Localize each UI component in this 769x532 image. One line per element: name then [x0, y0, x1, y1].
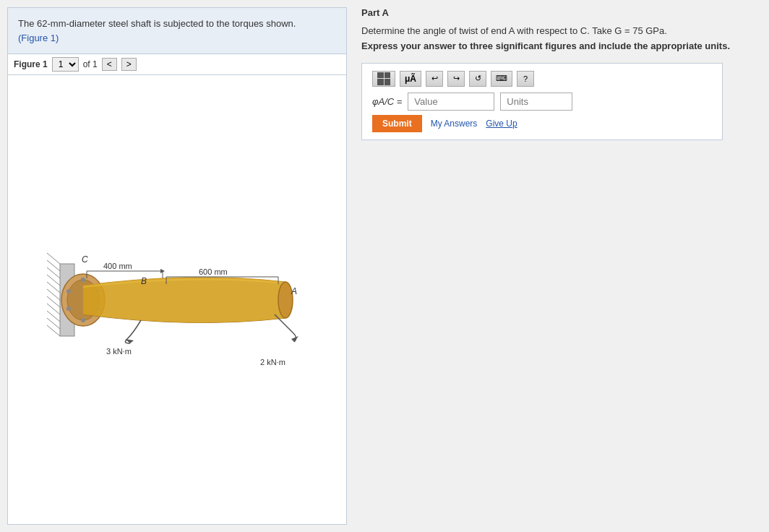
point-b-label: B	[141, 276, 147, 286]
figure-link[interactable]: (Figure 1)	[18, 33, 59, 43]
answer-row: φA/C =	[372, 93, 712, 111]
next-figure-button[interactable]: >	[121, 58, 137, 71]
left-panel: The 62-mm-diameter steel shaft is subjec…	[7, 7, 347, 525]
reset-icon: ↺	[475, 74, 481, 83]
figure-of: of 1	[83, 59, 98, 69]
undo-icon: ↩	[431, 74, 438, 83]
problem-description: The 62-mm-diameter steel shaft is subjec…	[18, 18, 296, 29]
grid-icon-button[interactable]	[372, 71, 395, 87]
figure-controls: Figure 1 1 of 1 < >	[7, 54, 347, 75]
part-label: Part A	[361, 7, 755, 18]
grid-icon	[377, 72, 390, 85]
submit-row: Submit My Answers Give Up	[372, 115, 712, 132]
dim1-label: 400 mm	[103, 262, 132, 270]
point-c-label: C	[82, 254, 88, 265]
reset-button[interactable]: ↺	[469, 71, 486, 87]
svg-point-16	[66, 289, 71, 293]
figure-label: Figure 1	[14, 59, 48, 69]
phi-label: φA/C =	[372, 96, 402, 107]
value-input[interactable]	[408, 93, 494, 111]
shaft-svg: C B A 400 mm 600 mm 3 kN·m	[47, 199, 307, 401]
my-answers-link[interactable]: My Answers	[431, 119, 478, 129]
keyboard-button[interactable]: ⌨	[491, 71, 512, 87]
right-panel: Part A Determine the angle of twist of e…	[354, 7, 762, 525]
submit-button[interactable]: Submit	[372, 115, 422, 132]
svg-point-17	[66, 306, 71, 311]
svg-point-15	[81, 318, 85, 322]
figure-select[interactable]: 1	[52, 57, 79, 72]
help-button[interactable]: ?	[517, 71, 534, 87]
mu-button[interactable]: μÃ	[400, 71, 421, 87]
svg-point-14	[81, 278, 85, 282]
problem-text-box: The 62-mm-diameter steel shaft is subjec…	[7, 7, 347, 54]
answer-box: μÃ ↩ ↪ ↺ ⌨ ?	[361, 63, 723, 140]
problem-question: Determine the angle of twist of end A wi…	[361, 24, 755, 54]
page-container: The 62-mm-diameter steel shaft is subjec…	[0, 0, 769, 532]
keyboard-icon: ⌨	[496, 74, 507, 83]
give-up-link[interactable]: Give Up	[486, 119, 517, 129]
undo-button[interactable]: ↩	[426, 71, 443, 87]
torque1-label: 3 kN·m	[106, 347, 132, 356]
mu-symbol: μÃ	[405, 74, 416, 84]
redo-icon: ↪	[453, 74, 460, 83]
units-input[interactable]	[500, 93, 572, 111]
toolbar: μÃ ↩ ↪ ↺ ⌨ ?	[372, 71, 712, 87]
svg-point-20	[278, 282, 293, 318]
torque2-label: 2 kN·m	[260, 358, 285, 366]
dim2-label: 600 mm	[199, 267, 228, 276]
figure-image-box: C B A 400 mm 600 mm 3 kN·m	[7, 75, 347, 525]
redo-button[interactable]: ↪	[447, 71, 465, 87]
prev-figure-button[interactable]: <	[102, 58, 117, 71]
point-a-label: A	[291, 286, 297, 296]
